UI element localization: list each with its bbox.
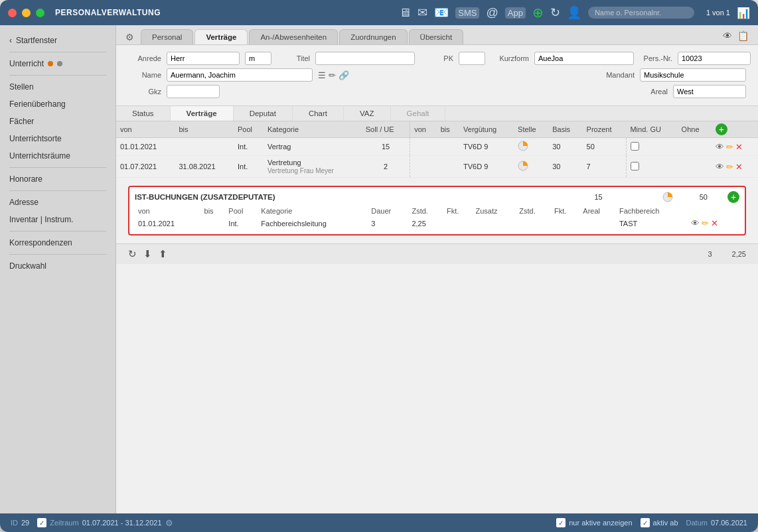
tab-zuordnungen[interactable]: Zuordnungen bbox=[339, 29, 407, 44]
person-icon[interactable]: 👤 bbox=[567, 5, 581, 20]
delete-button2[interactable]: ✕ bbox=[735, 162, 743, 172]
sidebar-item-honorare[interactable]: Honorare bbox=[0, 170, 115, 188]
download-icon[interactable]: ⬇ bbox=[143, 248, 152, 260]
name-label: Name bbox=[128, 71, 161, 79]
list-icon[interactable]: ☰ bbox=[318, 70, 326, 80]
section-tab-vertrage[interactable]: Verträge bbox=[171, 106, 234, 121]
statusbar-gear-icon[interactable]: ⚙ bbox=[165, 518, 173, 528]
pk-input[interactable] bbox=[459, 52, 485, 65]
titel-input[interactable] bbox=[315, 52, 415, 65]
unterricht-dot bbox=[48, 61, 53, 66]
sidebar-item-adresse[interactable]: Adresse bbox=[0, 194, 115, 211]
pie-chart-icon bbox=[518, 141, 528, 151]
sidebar-divider2 bbox=[9, 75, 106, 76]
section-tab-vaz[interactable]: VAZ bbox=[344, 106, 391, 121]
ist-th-areal: Areal bbox=[579, 206, 616, 216]
sidebar-item-unterricht[interactable]: Unterricht bbox=[0, 55, 115, 72]
note-tab-icon[interactable]: 📋 bbox=[737, 31, 749, 41]
edit-button2[interactable]: ✏ bbox=[726, 162, 733, 172]
ist-delete-button[interactable]: ✕ bbox=[711, 218, 718, 228]
export-icon[interactable]: ⬆ bbox=[159, 248, 167, 260]
section-tab-chart[interactable]: Chart bbox=[293, 106, 344, 121]
areal-input[interactable] bbox=[673, 85, 746, 98]
mail2-icon[interactable]: 📧 bbox=[434, 5, 449, 20]
sidebar-item-korrespondenzen[interactable]: Korrespondenzen bbox=[0, 234, 115, 251]
zeitraum-check[interactable]: ✓ bbox=[37, 518, 46, 527]
ist-th-fachbereich: Fachbereich bbox=[616, 206, 688, 216]
aktiv-ab-check[interactable]: ✓ bbox=[641, 518, 650, 527]
sidebar-label-unterricht: Unterricht bbox=[9, 59, 44, 68]
anrede-input[interactable] bbox=[167, 52, 240, 65]
ist-th-zstd: Zstd. bbox=[408, 206, 443, 216]
sidebar-item-facher[interactable]: Fächer bbox=[0, 113, 115, 130]
delete-button[interactable]: ✕ bbox=[735, 142, 743, 152]
cell-verguetung: TV6D 9 bbox=[459, 156, 514, 178]
edit-button[interactable]: ✏ bbox=[726, 142, 733, 152]
section-tab-status[interactable]: Status bbox=[116, 106, 171, 121]
at-icon[interactable]: @ bbox=[486, 6, 498, 20]
section-tab-gehalt[interactable]: Gehalt bbox=[391, 106, 446, 121]
ist-th-actions bbox=[688, 206, 739, 216]
datum-label: Datum bbox=[686, 519, 708, 527]
sidebar-item-startfenster[interactable]: ‹ Startfenster bbox=[0, 32, 115, 49]
pers-nr-input[interactable] bbox=[678, 52, 751, 65]
mandant-input[interactable] bbox=[640, 68, 746, 82]
minimize-button[interactable] bbox=[22, 9, 31, 17]
settings-icon[interactable]: ⚙ bbox=[125, 32, 134, 42]
main-layout: ‹ Startfenster Unterricht Stellen Ferien… bbox=[0, 25, 758, 513]
ist-cell-pool: Int. bbox=[225, 216, 258, 230]
add-ist-button[interactable]: + bbox=[727, 191, 739, 203]
ist-th-fkt2: Fkt. bbox=[551, 206, 579, 216]
tab-vertrage[interactable]: Verträge bbox=[194, 29, 248, 44]
ist-view-button[interactable]: 👁 bbox=[691, 218, 700, 228]
name-input[interactable] bbox=[167, 68, 313, 82]
mind-gu-check2[interactable] bbox=[631, 162, 639, 170]
sms-icon[interactable]: SMS bbox=[455, 7, 479, 19]
search-input[interactable] bbox=[588, 7, 694, 19]
app-icon[interactable]: App bbox=[505, 7, 526, 19]
sidebar-item-inventar[interactable]: Inventar | Instrum. bbox=[0, 211, 115, 228]
ist-cell-zstd: 2,25 bbox=[408, 216, 443, 230]
mail-icon[interactable]: ✉ bbox=[417, 5, 427, 20]
eye-tab-icon[interactable]: 👁 bbox=[723, 31, 732, 41]
view-button[interactable]: 👁 bbox=[716, 142, 724, 152]
section-tab-deputat[interactable]: Deputat bbox=[234, 106, 293, 121]
cell-bis bbox=[175, 138, 234, 156]
th-soll-ue: Soll / UE bbox=[362, 121, 410, 138]
chart-icon[interactable]: 📊 bbox=[737, 7, 750, 19]
nur-aktive-check[interactable]: ✓ bbox=[556, 518, 566, 527]
add-circle-icon[interactable]: ⊕ bbox=[532, 5, 544, 21]
sidebar-item-ferienuberhang[interactable]: Ferienüberhang bbox=[0, 96, 115, 113]
th-pool: Pool bbox=[234, 121, 264, 138]
sync-icon[interactable]: ↻ bbox=[550, 5, 560, 20]
link-icon[interactable]: 🔗 bbox=[339, 70, 349, 80]
tab-ubersicht[interactable]: Übersicht bbox=[409, 29, 464, 44]
monitor-icon[interactable]: 🖥 bbox=[399, 6, 411, 20]
refresh-icon[interactable]: ↻ bbox=[128, 248, 137, 260]
maximize-button[interactable] bbox=[36, 9, 44, 17]
add-contract-button[interactable]: + bbox=[716, 123, 727, 135]
th-von: von bbox=[116, 121, 175, 138]
sidebar-divider3 bbox=[9, 167, 106, 168]
ist-table-row: 01.01.2021 Int. Fachbereichsleitung 3 2,… bbox=[135, 216, 739, 230]
sidebar-divider5 bbox=[9, 231, 106, 232]
view-button2[interactable]: 👁 bbox=[716, 162, 724, 172]
mind-gu-check[interactable] bbox=[631, 142, 639, 151]
gkz-input[interactable] bbox=[167, 85, 220, 98]
sidebar-label-facher: Fächer bbox=[9, 117, 34, 126]
sidebar-item-stellen[interactable]: Stellen bbox=[0, 78, 115, 96]
sidebar-item-druckwahl[interactable]: Druckwahl bbox=[0, 257, 115, 275]
cell-von2 bbox=[410, 138, 437, 156]
tab-abwesenheiten[interactable]: An-/Abwesenheiten bbox=[249, 29, 338, 44]
sidebar-item-unterrichtsraume[interactable]: Unterrichtsräume bbox=[0, 147, 115, 165]
ist-edit-button[interactable]: ✏ bbox=[702, 218, 709, 228]
tab-personal[interactable]: Personal bbox=[141, 29, 193, 44]
th-actions: + bbox=[712, 121, 758, 138]
gender-input[interactable] bbox=[245, 52, 271, 65]
close-button[interactable] bbox=[8, 9, 17, 17]
cell-von: 01.01.2021 bbox=[116, 138, 175, 156]
sidebar-item-unterrichtsorte[interactable]: Unterrichtsorte bbox=[0, 130, 115, 147]
kurzform-input[interactable] bbox=[534, 52, 634, 65]
cell-basis: 30 bbox=[548, 156, 582, 178]
edit-name-icon[interactable]: ✏ bbox=[329, 70, 336, 80]
